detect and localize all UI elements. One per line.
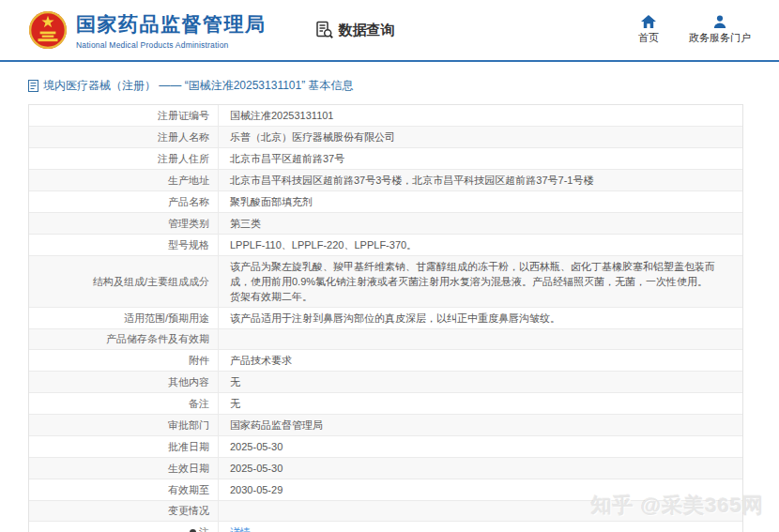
nav-data-query-label: 数据查询 bbox=[339, 22, 395, 39]
national-emblem-icon bbox=[28, 9, 68, 51]
row-label: 有效期至 bbox=[29, 479, 219, 500]
document-search-icon bbox=[315, 21, 334, 39]
row-value bbox=[219, 329, 742, 349]
row-value: 2025-05-30 bbox=[219, 436, 742, 457]
nav-home-label: 首页 bbox=[638, 31, 659, 45]
registration-table: 注册证编号国械注准20253131101注册人名称乐普（北京）医疗器械股份有限公… bbox=[28, 104, 743, 532]
row-label: 结构及组成/主要组成成分 bbox=[29, 256, 219, 307]
row-label: 附件 bbox=[29, 350, 219, 371]
table-row: 产品名称聚乳酸面部填充剂 bbox=[29, 191, 742, 213]
row-label: 审批部门 bbox=[29, 415, 219, 435]
table-row: 产品储存条件及有效期 bbox=[29, 329, 742, 350]
row-label: 产品名称 bbox=[29, 191, 219, 212]
row-value: 第三类 bbox=[219, 213, 742, 234]
watermark: 知乎 @采美365网 bbox=[591, 492, 764, 520]
row-value: 北京市昌平科技园区超前路37号3号楼，北京市昌平科技园区超前路37号7-1号楼 bbox=[219, 170, 742, 190]
row-label: 批准日期 bbox=[29, 436, 219, 457]
row-value: 无 bbox=[219, 372, 742, 392]
row-label: 生效日期 bbox=[29, 458, 219, 479]
table-row: 批准日期2025-05-30 bbox=[29, 436, 742, 458]
table-row: 注册证编号国械注准20253131101 bbox=[29, 105, 742, 127]
row-label: 管理类别 bbox=[29, 213, 219, 234]
table-row: 备注无 bbox=[29, 393, 742, 415]
table-row: 注册人名称乐普（北京）医疗器械股份有限公司 bbox=[29, 127, 742, 148]
row-value: 详情 bbox=[219, 522, 742, 532]
row-label: 其他内容 bbox=[29, 372, 219, 392]
breadcrumb: 境内医疗器械（注册） —— “国械注准20253131101” 基本信息 bbox=[28, 78, 779, 94]
detail-link[interactable]: 详情 bbox=[230, 524, 251, 532]
table-row: 其他内容无 bbox=[29, 372, 742, 393]
table-row: 型号规格LPPLF-110、LPPLF-220、LPPLF-370。 bbox=[29, 235, 742, 256]
site-header: 国家药品监督管理局 National Medical Products Admi… bbox=[0, 0, 779, 62]
nav-portal-label: 政务服务门户 bbox=[689, 31, 751, 45]
nav-portal[interactable]: 政务服务门户 bbox=[689, 15, 751, 45]
table-row: 生效日期2025-05-30 bbox=[29, 458, 742, 479]
row-value: 北京市昌平区超前路37号 bbox=[219, 148, 742, 169]
table-row: 生产地址北京市昌平科技园区超前路37号3号楼，北京市昌平科技园区超前路37号7-… bbox=[29, 170, 742, 191]
row-value: 乐普（北京）医疗器械股份有限公司 bbox=[219, 127, 742, 147]
row-value: 聚乳酸面部填充剂 bbox=[219, 191, 742, 212]
header-right-nav: 首页 政务服务门户 bbox=[638, 15, 751, 45]
table-row: 结构及组成/主要组成成分该产品为聚左旋乳酸、羧甲基纤维素钠、甘露醇组成的冻干粉，… bbox=[29, 256, 742, 308]
row-label: 型号规格 bbox=[29, 235, 219, 255]
nav-data-query[interactable]: 数据查询 bbox=[315, 21, 395, 39]
breadcrumb-text: 境内医疗器械（注册） —— “国械注准20253131101” 基本信息 bbox=[43, 78, 354, 94]
table-row: 适用范围/预期用途该产品适用于注射到鼻唇沟部位的真皮深层，以纠正中重度鼻唇沟皱纹… bbox=[29, 308, 742, 329]
row-value: 国家药品监督管理局 bbox=[219, 415, 742, 435]
person-icon bbox=[713, 15, 726, 28]
nmpa-logo[interactable]: 国家药品监督管理局 National Medical Products Admi… bbox=[28, 9, 267, 51]
table-row: 审批部门国家药品监督管理局 bbox=[29, 415, 742, 436]
row-label: 生产地址 bbox=[29, 170, 219, 190]
row-value: LPPLF-110、LPPLF-220、LPPLF-370。 bbox=[219, 235, 742, 255]
site-title-block: 国家药品监督管理局 National Medical Products Admi… bbox=[76, 11, 267, 50]
row-label: 备注 bbox=[29, 393, 219, 414]
row-label: 注册人住所 bbox=[29, 148, 219, 169]
row-label: 变更情况 bbox=[29, 501, 219, 521]
table-row: 注册人住所北京市昌平区超前路37号 bbox=[29, 148, 742, 170]
site-title: 国家药品监督管理局 bbox=[76, 11, 267, 38]
row-label: 注册人名称 bbox=[29, 127, 219, 147]
home-icon bbox=[641, 15, 656, 28]
row-value: 国械注准20253131101 bbox=[219, 105, 742, 126]
row-label: 注册证编号 bbox=[29, 105, 219, 126]
row-value: 无 bbox=[219, 393, 742, 414]
document-icon bbox=[28, 80, 38, 92]
row-label: 注 bbox=[29, 522, 219, 532]
row-value: 2025-05-30 bbox=[219, 458, 742, 479]
pin-icon bbox=[190, 529, 196, 532]
nav-home[interactable]: 首页 bbox=[638, 15, 659, 45]
row-value: 产品技术要求 bbox=[219, 350, 742, 371]
table-row: 附件产品技术要求 bbox=[29, 350, 742, 372]
table-row: 管理类别第三类 bbox=[29, 213, 742, 235]
row-value: 该产品为聚左旋乳酸、羧甲基纤维素钠、甘露醇组成的冻干粉，以西林瓶、卤化丁基橡胶塞… bbox=[219, 256, 742, 307]
table-row: 注详情 bbox=[29, 522, 742, 532]
row-label: 适用范围/预期用途 bbox=[29, 308, 219, 328]
page: 国家药品监督管理局 National Medical Products Admi… bbox=[0, 0, 779, 532]
site-subtitle: National Medical Products Administration bbox=[76, 40, 267, 50]
row-label: 产品储存条件及有效期 bbox=[29, 329, 219, 349]
row-value: 该产品适用于注射到鼻唇沟部位的真皮深层，以纠正中重度鼻唇沟皱纹。 bbox=[219, 308, 742, 328]
